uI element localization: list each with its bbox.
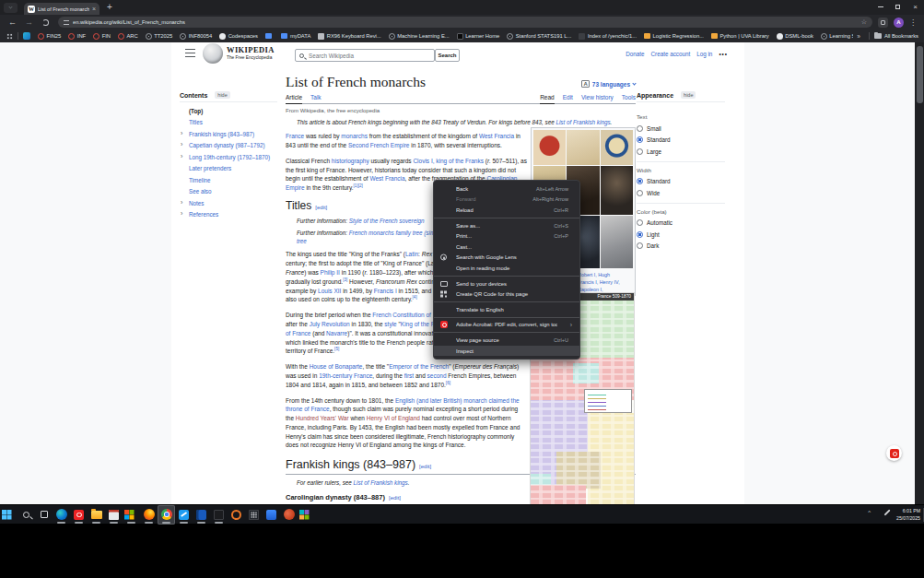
taskbar-app[interactable] — [245, 505, 263, 525]
bookmark-item[interactable]: Python | UVA Library — [708, 33, 773, 39]
bookmark-item[interactable]: Learner Home — [453, 33, 504, 40]
bookmark-item[interactable]: FIN — [89, 33, 114, 40]
appearance-option[interactable]: Large — [637, 148, 725, 155]
view-tab[interactable]: View history — [581, 94, 614, 103]
inline-link[interactable]: Navarre — [326, 330, 347, 336]
inline-link[interactable]: France — [286, 133, 304, 139]
edit-link[interactable]: [edit] — [389, 495, 401, 501]
inline-link[interactable]: Emperor of the French — [389, 363, 449, 370]
close-button[interactable]: × — [906, 0, 924, 14]
context-menu-item[interactable]: Cast... — [434, 242, 579, 253]
taskbar-app[interactable] — [0, 505, 18, 525]
tab-close-icon[interactable]: × — [92, 6, 96, 12]
bookmark-item[interactable]: myDATA — [277, 33, 314, 39]
portrait-image[interactable] — [601, 166, 633, 215]
search-input[interactable] — [307, 52, 430, 60]
bookmarks-overflow-chevron[interactable]: » — [857, 33, 860, 40]
site-settings-icon[interactable] — [64, 20, 69, 25]
contents-item[interactable]: Notes — [180, 200, 277, 206]
inline-link[interactable]: 19th-century France — [319, 372, 372, 379]
donate-link[interactable]: Donate — [626, 51, 644, 57]
inline-link[interactable]: second — [427, 372, 447, 379]
inline-link[interactable]: style — [384, 321, 396, 327]
wikipedia-globe-logo[interactable] — [203, 43, 223, 64]
reload-button[interactable] — [42, 19, 49, 26]
taskbar-app[interactable] — [263, 505, 280, 525]
appearance-option[interactable]: Automatic — [637, 219, 725, 226]
contents-item[interactable]: References — [180, 211, 277, 218]
browser-menu-icon[interactable]: ⋮ — [909, 18, 917, 27]
bookmark-item[interactable]: INF — [64, 33, 89, 40]
bookmark-item[interactable]: Logistic Regression... — [640, 33, 708, 39]
pinned-site-icon[interactable] — [23, 32, 30, 40]
contents-item[interactable]: Titles — [180, 119, 277, 125]
appearance-option[interactable]: Small — [637, 125, 725, 132]
view-tab[interactable]: Read — [540, 94, 555, 104]
inline-link[interactable]: List of Frankish kings — [354, 479, 408, 486]
inline-link[interactable]: West Francia — [479, 133, 514, 139]
contents-item[interactable]: Capetian dynasty (987–1792) — [180, 142, 277, 148]
appearance-option[interactable]: Light — [637, 231, 725, 238]
inline-link[interactable]: first — [404, 372, 414, 379]
inline-link[interactable]: Clovis I, king of the Franks — [413, 158, 484, 164]
scrollbar-thumb[interactable] — [917, 46, 923, 103]
extensions-button[interactable] — [878, 18, 888, 28]
create-account-link[interactable]: Create account — [650, 51, 690, 57]
inline-link[interactable]: July Revolution — [310, 321, 350, 327]
bookmark-item[interactable]: DSML-book — [773, 33, 817, 40]
contents-hide-button[interactable]: hide — [215, 91, 229, 99]
new-tab-button[interactable]: + — [107, 3, 112, 12]
appearance-option[interactable]: Wide — [637, 190, 725, 196]
radio-icon[interactable] — [637, 136, 643, 143]
taskbar-app[interactable] — [298, 505, 315, 525]
log-in-link[interactable]: Log in — [696, 51, 712, 57]
contents-item[interactable]: See also — [180, 188, 277, 195]
appearance-option[interactable]: Standard — [637, 178, 725, 184]
back-button[interactable]: ← — [8, 18, 17, 27]
inline-link[interactable]: West Francia — [369, 175, 404, 182]
hamburger-menu-icon[interactable] — [185, 49, 195, 57]
context-menu-item[interactable]: Reload Ctrl+R — [434, 205, 579, 216]
context-menu-item[interactable]: Inspect — [434, 346, 579, 357]
caption-line[interactable]: Robert I, Hugh — [578, 271, 633, 278]
minimize-button[interactable] — [871, 0, 889, 14]
pen-icon[interactable] — [884, 509, 891, 515]
bookmark-item[interactable]: Codespaces — [216, 33, 262, 40]
inline-link[interactable]: Francis I — [374, 288, 397, 294]
portrait-image[interactable] — [601, 130, 633, 165]
context-menu-item[interactable]: Forward Alt+Right Arrow — [434, 195, 579, 206]
inline-link[interactable]: House of Bonaparte — [310, 363, 363, 370]
inline-link[interactable]: Henry VI of England — [367, 415, 420, 421]
taskbar-app[interactable] — [210, 505, 228, 525]
bookmark-item[interactable]: ARC — [114, 33, 142, 40]
browser-tab[interactable]: W List of French monarchs - Wiki × — [24, 3, 99, 15]
edit-link[interactable]: [edit] — [419, 464, 431, 469]
context-menu-item[interactable]: Save as... Ctrl+S — [434, 220, 579, 231]
bookmark-item[interactable]: FIN25 — [34, 33, 64, 40]
article-tab[interactable]: Article — [286, 94, 302, 104]
wiki-search-box[interactable] — [295, 49, 435, 62]
portrait-image[interactable] — [567, 130, 599, 165]
all-bookmarks-button[interactable]: All Bookmarks — [874, 33, 918, 39]
portrait-image[interactable] — [601, 216, 633, 268]
taskbar-app[interactable] — [18, 505, 35, 525]
contents-item[interactable]: Long 19th-century (1792–1870) — [180, 154, 277, 160]
inline-link[interactable]: Style of the French sovereign — [349, 218, 425, 224]
taskbar-app[interactable] — [140, 505, 158, 525]
radio-icon[interactable] — [637, 178, 643, 184]
taskbar-app[interactable] — [53, 505, 70, 525]
appearance-option[interactable]: Standard — [637, 136, 725, 143]
radio-icon[interactable] — [637, 219, 643, 226]
context-menu-item[interactable]: Translate to English — [434, 304, 579, 315]
wikipedia-wordmark[interactable]: WIKIPEDIA — [227, 45, 275, 54]
radio-icon[interactable] — [637, 242, 643, 249]
taskbar-app[interactable] — [280, 505, 298, 525]
inline-link[interactable]: Louis XII — [318, 288, 341, 294]
bookmark-item[interactable]: Learning Statistics w... — [817, 33, 853, 40]
inline-link[interactable]: Hundred Years' War — [296, 415, 349, 421]
contents-item[interactable]: Timeline — [180, 177, 277, 183]
languages-button[interactable]: A 73 languages — [581, 80, 636, 88]
radio-icon[interactable] — [637, 231, 643, 238]
view-tab[interactable]: Tools — [622, 94, 636, 103]
inline-link[interactable]: Latin — [405, 251, 418, 257]
